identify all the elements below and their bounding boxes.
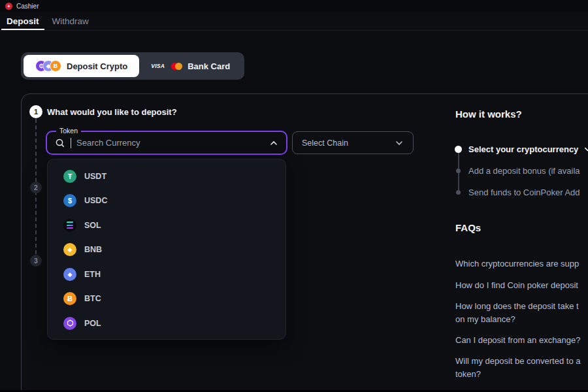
faqs-title: FAQs [455, 222, 481, 233]
token-option-usdc[interactable]: $ USDC [48, 189, 286, 214]
token-option-btc[interactable]: Ƀ BTC [48, 287, 286, 312]
hiw-step-select-crypto[interactable]: Select your cryptocurrency [468, 144, 588, 155]
chevron-down-icon [583, 145, 588, 155]
mastercard-logo-icon [171, 63, 182, 70]
faq-deposit-time[interactable]: How long does the deposit take t on my b… [455, 300, 579, 326]
how-it-works-title: How it works? [455, 108, 522, 120]
step-1-badge: 1 [29, 105, 42, 118]
crypto-coins-icon: ₵ ◆ Ƀ [35, 60, 61, 72]
chevron-up-icon[interactable] [269, 139, 278, 148]
pol-icon [63, 317, 76, 330]
timeline-dot [456, 169, 461, 173]
step-2-badge: 2 [30, 182, 42, 193]
hiw-step-send-funds[interactable]: Send funds to CoinPoker Add [468, 188, 580, 197]
timeline-dot-active [455, 146, 462, 153]
sol-icon [63, 219, 76, 232]
usdc-icon: $ [63, 194, 76, 207]
token-option-usdt[interactable]: Ŧ USDT [48, 164, 286, 189]
hiw-step-bonus[interactable]: Add a deposit bonus (if availa [468, 166, 580, 176]
token-option-pol[interactable]: POL [48, 311, 286, 336]
btc-icon: Ƀ [63, 292, 76, 305]
token-option-sol[interactable]: SOL [48, 213, 286, 238]
token-search-field[interactable]: Token Search Currency [46, 131, 287, 155]
visa-logo-icon: VISA [151, 63, 165, 69]
coinpoker-logo-icon: ✦ [5, 3, 12, 10]
chevron-down-icon [395, 139, 404, 148]
step-1-question: What would you like to deposit? [47, 107, 177, 117]
token-option-bnb[interactable]: ◆ BNB [48, 238, 286, 263]
faq-converted-token[interactable]: Will my deposit be converted to a token? [455, 355, 580, 381]
faq-exchange-deposit[interactable]: Can I deposit from an exchange? [455, 334, 581, 347]
btc-coin-icon: Ƀ [50, 60, 61, 72]
deposit-crypto-label: Deposit Crypto [67, 61, 127, 71]
token-option-eth[interactable]: ◆ ETH [48, 262, 286, 287]
token-field-label: Token [56, 127, 81, 135]
deposit-method-toggle: ₵ ◆ Ƀ Deposit Crypto VISA Bank Card [21, 52, 244, 80]
search-icon [55, 138, 65, 148]
chain-select[interactable]: Select Chain [292, 131, 414, 154]
text-cursor [71, 138, 71, 148]
bank-card-option[interactable]: VISA Bank Card [139, 55, 242, 77]
deposit-crypto-option[interactable]: ₵ ◆ Ƀ Deposit Crypto [24, 55, 139, 77]
tab-bar: Deposit Withdraw [0, 12, 588, 31]
timeline-dot [456, 190, 461, 195]
step-3-badge: 3 [30, 255, 42, 267]
bnb-icon: ◆ [63, 243, 76, 256]
token-dropdown: Ŧ USDT $ USDC SOL ◆ BNB ◆ ETH Ƀ BTC POL [47, 159, 286, 340]
faq-find-deposit[interactable]: How do I find Coin poker deposit [455, 279, 578, 292]
tab-deposit[interactable]: Deposit [0, 12, 46, 30]
window-titlebar: ✦ Cashier [0, 0, 588, 12]
faq-supported-cryptos[interactable]: Which cryptocurrencies are supp [455, 257, 579, 270]
bank-card-label: Bank Card [188, 61, 230, 71]
eth-icon: ◆ [63, 268, 76, 281]
tab-withdraw[interactable]: Withdraw [46, 12, 95, 30]
token-search-placeholder: Search Currency [76, 138, 264, 148]
window-title: Cashier [16, 3, 39, 10]
chain-select-value: Select Chain [302, 139, 348, 148]
usdt-icon: Ŧ [63, 170, 76, 183]
